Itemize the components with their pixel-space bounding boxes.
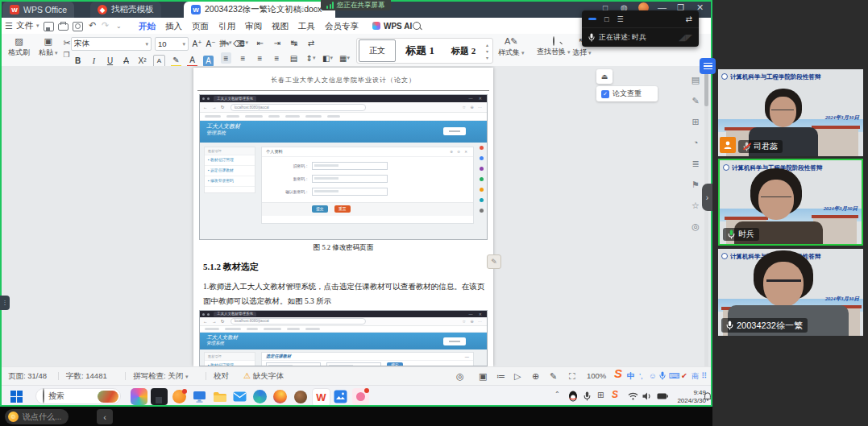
distribute-icon[interactable]: ▤ (289, 52, 299, 64)
align-center-icon[interactable]: ≡ (238, 52, 248, 64)
window-mode-icon[interactable]: □ (604, 15, 608, 23)
shading-icon[interactable]: ◧▾ (322, 52, 333, 64)
sort-icon[interactable]: ⇄ (306, 37, 317, 48)
sidebar-tool-flag-icon[interactable]: ⚑ (688, 177, 703, 192)
chat-collapse-button[interactable]: ‹ (97, 409, 113, 424)
mail-app-icon[interactable] (231, 388, 248, 405)
gallery-down-icon[interactable]: ▾ (486, 48, 488, 54)
ribbon-tab-membership[interactable]: 会员专享 (325, 18, 359, 34)
font-size-select[interactable]: 10▾ (155, 37, 189, 51)
ribbon-tab-home[interactable]: 开始 (139, 18, 156, 35)
redo-icon[interactable]: ↷ (102, 20, 109, 31)
eye-protect-icon[interactable]: ◎ (456, 367, 464, 385)
qq-tray-icon[interactable] (568, 391, 578, 402)
file-explorer-icon[interactable] (211, 388, 228, 405)
style-normal[interactable]: 正文 (359, 39, 396, 62)
view-play-icon[interactable]: ▷ (514, 367, 521, 385)
pink-app-icon[interactable] (352, 388, 369, 405)
notification-bell-icon[interactable] (704, 392, 712, 401)
start-button[interactable] (8, 388, 25, 405)
ime-shang-icon[interactable]: 商 (691, 367, 699, 385)
design-app-icon[interactable] (131, 388, 147, 405)
wps-ai-button[interactable]: WPS AI (372, 18, 412, 34)
increase-indent-icon[interactable]: ⇥ (272, 37, 283, 48)
ime-chinese-mode-icon[interactable]: 中 (627, 367, 635, 385)
ribbon-tab-page[interactable]: 页面 (192, 18, 209, 34)
orange-app-icon[interactable] (171, 388, 188, 405)
ime-punctuation-icon[interactable]: ’, (639, 367, 643, 385)
minimize-meeting-icon[interactable] (588, 18, 596, 20)
ime-skin-icon[interactable]: ✔ (681, 367, 687, 385)
font-name-select[interactable]: 宋体▾ (71, 37, 152, 51)
floating-anchor-widget[interactable]: ✎ (487, 254, 501, 269)
search-commands-icon[interactable] (413, 22, 421, 30)
gallery-up-icon[interactable]: ▴ (486, 42, 488, 48)
undo-icon[interactable]: ↶ (89, 20, 96, 31)
character-shading-button[interactable]: A (203, 56, 214, 67)
brown-app-icon[interactable] (292, 388, 309, 405)
dark-app-icon[interactable] (151, 388, 168, 405)
edge-browser-icon[interactable] (251, 388, 268, 405)
paper-check-button[interactable]: ✓ 论文查重 (596, 86, 658, 101)
wps-app-icon[interactable]: W (312, 388, 330, 407)
style-heading1[interactable]: 标题 1 (397, 40, 442, 61)
sidebar-tool-list-icon[interactable]: ≣ (688, 156, 703, 171)
member-list-icon[interactable]: ☰ (617, 15, 623, 23)
print-preview-icon[interactable] (73, 22, 83, 31)
taskbar-search-box[interactable]: 搜索 (35, 388, 121, 404)
ribbon-tab-reference[interactable]: 引用 (218, 18, 235, 34)
decrease-font-icon[interactable]: A⁻ (206, 39, 216, 50)
video-panel-collapse-handle[interactable]: › (702, 184, 712, 211)
paste-button[interactable]: ▣ 粘贴▾ (35, 36, 61, 59)
firefox-browser-icon[interactable] (272, 388, 289, 405)
ribbon-tab-view[interactable]: 视图 (272, 18, 289, 34)
tab-wps-home[interactable]: W WPS Office (2, 2, 74, 18)
participant-video-tile[interactable]: 计算机科学与工程学院阶段性答辩 2024年3月30日 司君蕊 (718, 69, 863, 156)
fit-page-icon[interactable]: ⛶ (569, 367, 575, 385)
underline-button[interactable]: U (105, 56, 115, 67)
sidebar-tool-edit-icon[interactable]: ✎ (688, 93, 703, 108)
italic-button[interactable]: I (89, 56, 99, 67)
sidebar-tool-grid-icon[interactable]: ⊞ (688, 114, 703, 129)
swap-screen-icon[interactable]: ⇄ (686, 14, 692, 23)
collapse-panel-button[interactable]: ⏏ (596, 69, 613, 84)
align-justify-icon[interactable]: ≡ (272, 52, 282, 64)
copy-icon[interactable]: ❐ (64, 52, 71, 59)
word-count[interactable]: 字数: 14481 (66, 367, 107, 385)
ime-tray-icon[interactable]: ⊞ (597, 391, 604, 399)
tab-thesis-document[interactable]: W 20034232徐一繁论文初稿.docx • (184, 2, 335, 18)
tray-expand-icon[interactable]: ⌃ (554, 391, 560, 398)
increase-font-icon[interactable]: A⁺ (192, 39, 202, 50)
ime-keyboard-icon[interactable]: ⌨ (669, 367, 680, 385)
missing-font-warning[interactable]: ⚠ 缺失字体 (243, 367, 284, 385)
chat-input[interactable]: ☺ 说点什么... (5, 409, 69, 424)
line-spacing-icon[interactable]: ⇕▾ (305, 52, 316, 64)
new-tab-button[interactable]: + (300, 2, 306, 14)
document-page[interactable]: 长春工业大学人文信息学院毕业设计（论文） 工大人文教材管理系统 — ✕ ← → … (193, 68, 493, 366)
vertical-scrollbar[interactable] (704, 66, 708, 366)
ribbon-tab-tools[interactable]: 工具 (298, 18, 315, 34)
bold-button[interactable]: B (73, 56, 83, 67)
more-commands-icon[interactable]: ⌄ (116, 23, 122, 30)
zoom-level[interactable]: 100% (587, 367, 606, 385)
print-icon[interactable] (58, 22, 69, 29)
view-page-icon[interactable]: ▣ (479, 367, 487, 385)
tray-clock[interactable]: 9:49 2024/3/30 (671, 389, 706, 404)
decrease-indent-icon[interactable]: ⇤ (255, 37, 266, 48)
proofread-button[interactable]: 校对 (214, 367, 229, 385)
cut-icon[interactable]: ✂ (64, 39, 71, 48)
volume-icon[interactable] (642, 392, 652, 400)
participant-video-tile[interactable]: 计算机科学与工程学院阶段性答辩 2024年3月30日 20034232徐一繁 (718, 249, 863, 336)
ribbon-tab-insert[interactable]: 插入 (165, 18, 182, 34)
left-edge-handle[interactable]: ⋮ (0, 296, 10, 310)
sogou-logo-icon[interactable]: S (614, 365, 622, 383)
strikethrough-button[interactable]: A (121, 56, 131, 67)
view-edit-icon[interactable]: ✎ (550, 367, 557, 385)
text-direction-icon[interactable]: ↹ (289, 37, 300, 48)
scrollbar-thumb[interactable] (704, 69, 708, 106)
sidebar-tool-target-icon[interactable]: ◎ (688, 219, 703, 234)
wifi-icon[interactable] (628, 392, 638, 400)
sogou-tray-icon[interactable]: S (612, 390, 618, 399)
ime-grid-icon[interactable]: ⠿ (701, 367, 707, 385)
gallery-more-icon[interactable]: ▾ (486, 55, 488, 60)
